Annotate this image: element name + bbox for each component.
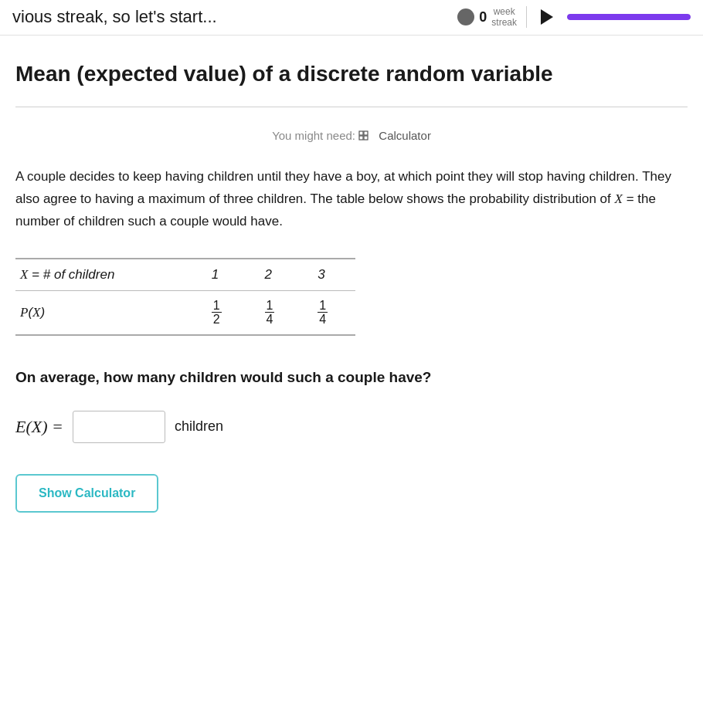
question-text: On average, how many children would such… xyxy=(15,367,688,389)
problem-text: A couple decides to keep having children… xyxy=(15,166,688,233)
divider xyxy=(526,6,527,28)
you-might-need: You might need: ​ Calculator xyxy=(15,129,688,143)
table-data-row: P(X) 1 2 1 4 1 4 xyxy=(15,290,355,335)
fraction-numerator: 1 xyxy=(265,299,275,313)
answer-input[interactable] xyxy=(73,411,165,443)
table-header-val-3: 3 xyxy=(302,259,355,291)
variable-x: X xyxy=(615,191,623,206)
play-button[interactable] xyxy=(536,6,558,28)
title-divider xyxy=(15,107,688,107)
streak-count: 0 xyxy=(479,9,487,25)
fraction-denominator: 4 xyxy=(265,313,275,327)
table-px-val-3: 1 4 xyxy=(302,290,355,335)
streak-circle-icon xyxy=(457,8,474,25)
streak-label: week streak xyxy=(491,6,517,29)
fraction-1-4a: 1 4 xyxy=(265,299,275,327)
svg-rect-3 xyxy=(364,136,368,140)
fraction-numerator: 1 xyxy=(318,299,328,313)
fraction-denominator: 4 xyxy=(318,313,328,327)
main-content: Mean (expected value) of a discrete rand… xyxy=(0,36,703,543)
probability-table: X = # of children 1 2 3 P(X) 1 2 1 4 xyxy=(15,258,355,336)
svg-rect-2 xyxy=(359,136,363,140)
fraction-1-2: 1 2 xyxy=(212,299,222,327)
breadcrumb-text: vious streak, so let's start... xyxy=(12,7,217,27)
table-header-label: X = # of children xyxy=(15,259,196,291)
fraction-denominator: 2 xyxy=(212,313,222,327)
calculator-grid-icon: ​ xyxy=(358,129,372,143)
progress-bar-container xyxy=(567,14,691,20)
progress-bar-fill xyxy=(567,14,691,20)
table-px-val-2: 1 4 xyxy=(250,290,303,335)
svg-rect-1 xyxy=(364,131,368,135)
answer-math-prefix: E(X) = xyxy=(15,417,63,437)
svg-rect-0 xyxy=(359,131,363,135)
streak-container: 0 week streak xyxy=(457,6,517,29)
show-calculator-button[interactable]: Show Calculator xyxy=(15,474,158,513)
fraction-numerator: 1 xyxy=(212,299,222,313)
fraction-1-4b: 1 4 xyxy=(318,299,328,327)
table-header-row: X = # of children 1 2 3 xyxy=(15,259,355,291)
play-icon xyxy=(541,9,553,25)
table-px-val-1: 1 2 xyxy=(196,290,250,335)
top-bar: vious streak, so let's start... 0 week s… xyxy=(0,0,703,36)
page-title: Mean (expected value) of a discrete rand… xyxy=(15,36,688,107)
table-header-val-2: 2 xyxy=(250,259,303,291)
table-header-val-1: 1 xyxy=(196,259,250,291)
calculator-link[interactable]: Calculator xyxy=(379,129,431,142)
top-bar-controls: 0 week streak xyxy=(457,6,691,29)
answer-row: E(X) = children xyxy=(15,411,688,443)
table-px-label: P(X) xyxy=(15,290,196,335)
answer-unit-label: children xyxy=(175,418,223,435)
